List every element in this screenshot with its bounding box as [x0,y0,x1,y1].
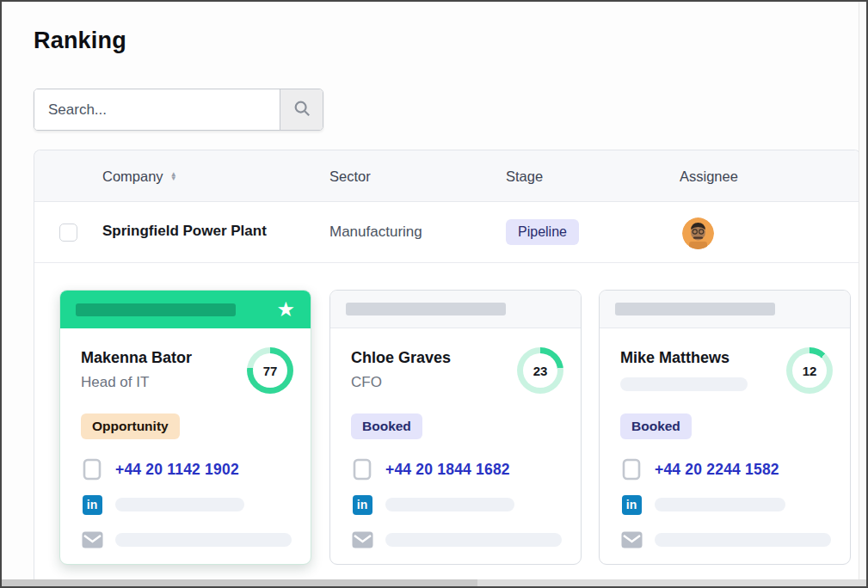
phone-icon [351,458,373,481]
page-title: Ranking [34,28,126,54]
vertical-scrollbar[interactable] [859,2,866,586]
search-input[interactable] [34,89,280,130]
phone-icon [81,458,103,481]
phone-number[interactable]: +44 20 1844 1682 [385,461,510,479]
status-badge: Booked [351,413,422,439]
ranking-table-panel: Company ▲▼ Sector Stage Assignee Springf… [34,150,861,586]
column-header-sector: Sector [329,150,371,202]
placeholder-bar [655,533,831,547]
scrollbar-thumb[interactable] [2,579,477,586]
phone-row[interactable]: +44 20 1844 1682 [351,458,562,481]
email-row[interactable] [351,529,562,551]
phone-icon [620,458,643,481]
phone-number[interactable]: +44 20 2244 1582 [655,461,779,479]
linkedin-icon[interactable]: in [83,495,102,515]
linkedin-row[interactable]: in [620,493,831,516]
placeholder-bar [385,533,562,547]
placeholder-bar [385,498,514,511]
company-cell: Springfield Power Plant [102,223,267,240]
sector-cell: Manufacturing [329,224,422,241]
placeholder-bar [115,533,292,547]
email-row[interactable] [81,529,292,551]
column-header-stage: Stage [506,150,543,202]
contact-card[interactable]: Chloe Graves CFO 23 Booked +44 [329,290,582,565]
linkedin-row[interactable]: in [351,493,562,516]
placeholder-bar [655,498,785,511]
mail-icon [81,531,103,548]
phone-row[interactable]: +44 20 1142 1902 [81,458,292,481]
linkedin-icon[interactable]: in [622,495,642,515]
phone-row[interactable]: +44 20 2244 1582 [620,458,831,481]
score-ring: 12 [786,347,833,394]
placeholder-bar [346,303,506,315]
score-value: 23 [517,347,563,394]
table-row[interactable]: Springfield Power Plant Manufacturing Pi… [34,202,860,263]
contact-card[interactable]: ★ Makenna Bator Head of IT 77 Opportunit… [59,290,311,565]
assignee-avatar[interactable] [682,217,714,249]
column-header-assignee: Assignee [680,150,738,202]
score-ring: 23 [517,347,563,394]
placeholder-bar [620,377,748,391]
phone-number[interactable]: +44 20 1142 1902 [115,461,239,479]
card-header [330,291,581,328]
linkedin-icon[interactable]: in [353,495,372,515]
mail-icon [620,531,643,548]
contact-card[interactable]: Mike Matthews 12 Booked +44 20 [599,290,851,565]
linkedin-row[interactable]: in [81,493,292,516]
card-header [600,291,850,328]
card-header: ★ [60,291,311,328]
score-value: 12 [786,347,833,394]
row-checkbox[interactable] [59,224,77,242]
search-icon [292,99,311,120]
placeholder-bar [76,303,236,316]
score-ring: 77 [247,347,293,394]
placeholder-bar [115,498,244,511]
mail-icon [351,531,373,548]
status-badge: Booked [620,413,692,439]
email-row[interactable] [620,529,831,551]
table-header-row: Company ▲▼ Sector Stage Assignee [34,150,860,202]
search-bar [34,89,323,131]
star-icon[interactable]: ★ [276,299,295,320]
stage-badge: Pipeline [506,219,579,245]
placeholder-bar [615,303,775,315]
app-window: Ranking Company ▲▼ Sector Stage [0,0,868,588]
horizontal-scrollbar[interactable] [2,579,866,586]
sort-icon[interactable]: ▲▼ [170,172,177,181]
status-badge: Opportunity [81,413,180,439]
search-button[interactable] [280,89,323,130]
score-value: 77 [247,347,293,394]
column-header-company[interactable]: Company ▲▼ [102,150,177,202]
